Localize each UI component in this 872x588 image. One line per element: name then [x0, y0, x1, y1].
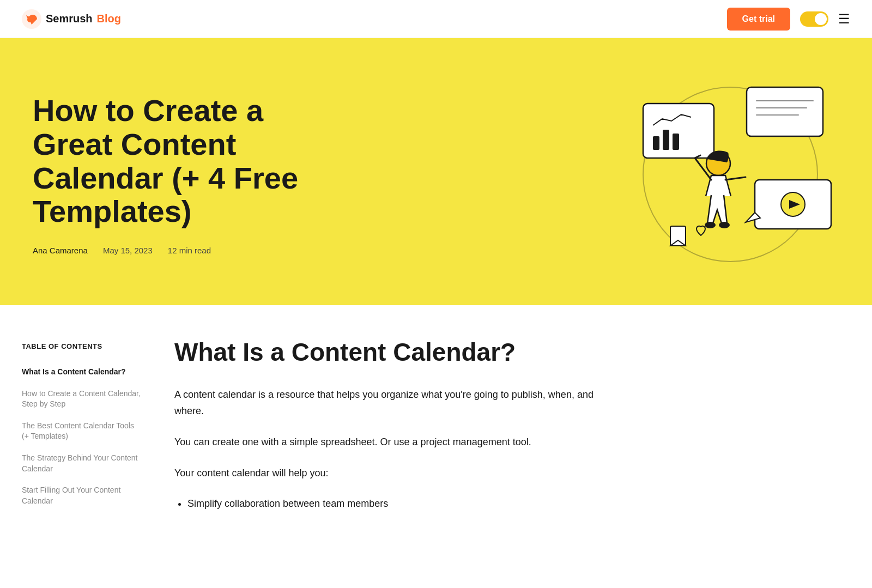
svg-rect-6 [747, 87, 823, 136]
logo[interactable]: Semrush Blog [22, 9, 121, 29]
hero-content: How to Create a Great Content Calendar (… [33, 94, 316, 254]
toc-item: The Best Content Calendar Tools (+ Templ… [22, 415, 142, 447]
hero-illustration-svg [610, 71, 839, 278]
article-paragraph-2: You can create one with a simple spreads… [174, 434, 600, 451]
svg-rect-2 [643, 104, 714, 158]
toc-sidebar: TABLE OF CONTENTS What Is a Content Cale… [22, 338, 142, 517]
svg-rect-5 [673, 134, 679, 150]
toc-link-4[interactable]: The Strategy Behind Your Content Calenda… [22, 453, 142, 474]
brand-name: Semrush [46, 13, 93, 25]
toc-item: Start Filling Out Your Content Calendar [22, 480, 142, 512]
article-body: What Is a Content Calendar? A content ca… [174, 338, 600, 517]
article-bullet-list: Simplify collaboration between team memb… [187, 495, 600, 512]
svg-rect-3 [653, 136, 659, 150]
article-paragraph-3: Your content calendar will help you: [174, 465, 600, 482]
toc-list: What Is a Content Calendar? How to Creat… [22, 361, 142, 512]
hero-meta: Ana Camarena May 15, 2023 12 min read [33, 246, 316, 255]
list-item: Simplify collaboration between team memb… [187, 495, 600, 512]
brand-blog: Blog [97, 13, 121, 25]
article-paragraph-1: A content calendar is a resource that he… [174, 386, 600, 420]
toc-item: How to Create a Content Calendar, Step b… [22, 383, 142, 415]
svg-point-16 [705, 222, 716, 228]
svg-point-17 [719, 222, 730, 228]
main-content: TABLE OF CONTENTS What Is a Content Cale… [0, 305, 708, 549]
hero-read-time: 12 min read [168, 246, 211, 255]
get-trial-button[interactable]: Get trial [727, 8, 790, 31]
semrush-logo-icon [22, 9, 41, 29]
toc-heading: TABLE OF CONTENTS [22, 342, 142, 350]
hero-author: Ana Camarena [33, 246, 88, 255]
hero-section: How to Create a Great Content Calendar (… [0, 38, 872, 305]
hero-title: How to Create a Great Content Calendar (… [33, 94, 316, 228]
toc-item: The Strategy Behind Your Content Calenda… [22, 447, 142, 480]
svg-rect-4 [663, 130, 669, 150]
nav-actions: Get trial ☰ [727, 8, 850, 31]
toc-link-3[interactable]: The Best Content Calendar Tools (+ Templ… [22, 421, 142, 442]
toc-link-5[interactable]: Start Filling Out Your Content Calendar [22, 485, 142, 506]
article-section-heading: What Is a Content Calendar? [174, 338, 600, 367]
navbar: Semrush Blog Get trial ☰ [0, 0, 872, 38]
hero-illustration [610, 71, 839, 278]
theme-toggle[interactable] [800, 11, 828, 27]
toc-link-1[interactable]: What Is a Content Calendar? [22, 367, 142, 378]
hero-date: May 15, 2023 [103, 246, 153, 255]
hamburger-icon[interactable]: ☰ [838, 11, 850, 27]
toc-item: What Is a Content Calendar? [22, 361, 142, 383]
toggle-knob [815, 13, 827, 25]
toc-link-2[interactable]: How to Create a Content Calendar, Step b… [22, 389, 142, 410]
